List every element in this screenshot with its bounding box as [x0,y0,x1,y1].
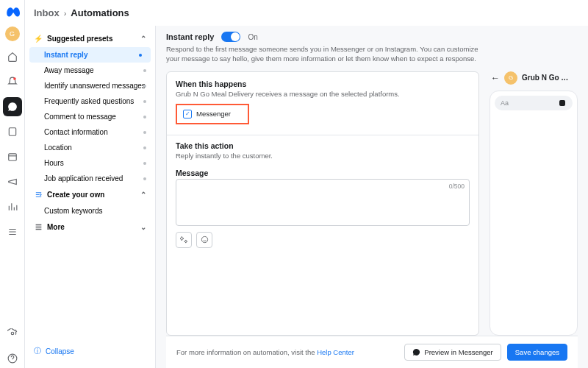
menu-icon[interactable] [3,222,22,241]
divider [167,135,478,135]
help-icon[interactable] [3,349,22,368]
sidebar-section-more[interactable]: ☰ More ⌄ [25,219,155,236]
enable-toggle[interactable] [221,32,240,42]
svg-point-5 [40,194,41,196]
workspace-avatar[interactable]: G [5,26,20,41]
collapse-button[interactable]: ⓘ Collapse [25,339,155,364]
sidebar-item-label: Identify unanswered messages [44,82,146,90]
home-icon[interactable] [3,47,22,66]
char-counter: 0/500 [449,183,465,190]
button-label: Preview in Messenger [424,348,492,356]
preview-input: Aa [495,96,573,110]
sliders-icon [34,191,43,199]
status-dot [143,100,146,103]
svg-rect-1 [9,128,15,136]
status-dot [143,69,146,72]
info-icon: ⓘ [34,346,41,356]
personalize-button[interactable] [176,232,192,248]
settings-icon[interactable] [3,324,22,343]
message-label: Message [176,169,470,177]
preview-in-messenger-button[interactable]: Preview in Messenger [404,344,501,361]
message-textarea[interactable]: 0/500 [176,179,470,226]
svg-rect-7 [559,100,565,106]
sidebar-item-unanswered[interactable]: Identify unanswered messages [25,78,155,93]
back-arrow-icon[interactable]: ← [491,73,500,83]
sidebar-item-label: Location [44,144,72,152]
panel-description: Respond to the first message someone sen… [166,45,482,64]
sidebar-section-label: Create your own [47,191,104,199]
sidebar-item-hours[interactable]: Hours [25,155,155,171]
emoji-button[interactable] [196,232,212,248]
list-icon: ☰ [34,223,43,231]
sidebar-item-job-application[interactable]: Job application received [25,171,155,186]
content-panel: Instant reply On Respond to the first me… [156,26,588,368]
sidebar-item-location[interactable]: Location [25,140,155,155]
svg-point-6 [201,237,207,243]
sidebar-item-custom-keywords[interactable]: Custom keywords [25,203,155,219]
when-title: When this happens [176,79,470,88]
sidebar-item-label: Frequently asked questions [44,97,134,105]
insights-icon[interactable] [3,197,22,216]
breadcrumb-parent[interactable]: Inbox [34,7,60,18]
status-dot [143,162,146,165]
footer-info: For more information on automation, visi… [176,348,354,356]
status-dot [139,54,142,57]
platform-label: Messenger [196,110,231,118]
calendar-icon[interactable] [3,147,22,166]
sidebar-item-contact-info[interactable]: Contact information [25,124,155,140]
inbox-icon[interactable] [3,97,22,116]
sidebar-item-label: Instant reply [44,51,87,59]
chevron-up-icon: ⌃ [140,191,146,199]
messenger-icon [412,348,420,356]
sidebar-item-label: Contact information [44,128,108,136]
sidebar-section-label: Suggested presets [47,35,112,43]
action-title: Take this action [176,141,470,150]
sidebar-item-label: Custom keywords [44,207,102,215]
sidebar-section-suggested[interactable]: ⚡ Suggested presets ⌃ [25,30,155,47]
meta-logo [5,6,20,21]
sidebar: ⚡ Suggested presets ⌃ Instant reply Away… [25,26,156,368]
svg-point-3 [11,332,14,335]
svg-rect-2 [8,154,16,160]
chevron-right-icon: › [64,9,67,18]
help-center-link[interactable]: Help Center [317,348,354,356]
sidebar-section-create[interactable]: Create your own ⌃ [25,186,155,203]
status-dot [143,85,146,88]
action-subtitle: Reply instantly to the customer. [176,152,470,160]
when-subtitle: Grub N Go Meal Delivery receives a messa… [176,90,470,98]
platform-messenger-highlight: ✓ Messenger [176,104,249,124]
bolt-icon: ⚡ [34,35,43,43]
sidebar-item-comment-to-message[interactable]: Comment to message [25,109,155,124]
status-dot [143,177,146,180]
sidebar-item-label: Job application received [44,174,123,183]
notifications-icon[interactable] [3,72,22,91]
svg-point-0 [13,77,16,80]
status-dot [143,131,146,134]
preview-business-name: Grub N Go M… [522,74,573,82]
footer-bar: For more information on automation, visi… [166,336,578,368]
toggle-state-label: On [248,33,257,41]
chevron-down-icon: ⌄ [140,223,146,231]
breadcrumb: Inbox › Automations [25,0,588,26]
sidebar-section-label: More [47,223,65,231]
collapse-label: Collapse [46,347,74,355]
left-rail: G [0,0,25,368]
sidebar-item-away-message[interactable]: Away message [25,63,155,78]
panel-title: Instant reply [166,32,214,41]
save-changes-button[interactable]: Save changes [507,344,567,361]
config-card: When this happens Grub N Go Meal Deliver… [166,71,479,336]
sidebar-item-faq[interactable]: Frequently asked questions [25,93,155,109]
sidebar-item-label: Away message [44,66,94,74]
messenger-checkbox[interactable]: ✓ [183,110,192,118]
posts-icon[interactable] [3,122,22,141]
status-dot [143,146,146,149]
sidebar-item-label: Comment to message [44,113,116,121]
sidebar-item-instant-reply[interactable]: Instant reply [29,47,151,63]
sidebar-item-label: Hours [44,159,64,167]
preview-placeholder: Aa [501,99,509,107]
preview-chat-body: Aa [490,91,578,336]
preview-pane: ← G Grub N Go M… Aa [490,71,578,336]
footer-info-text: For more information on automation, visi… [176,348,317,356]
ads-icon[interactable] [3,172,22,191]
status-dot [143,116,146,118]
